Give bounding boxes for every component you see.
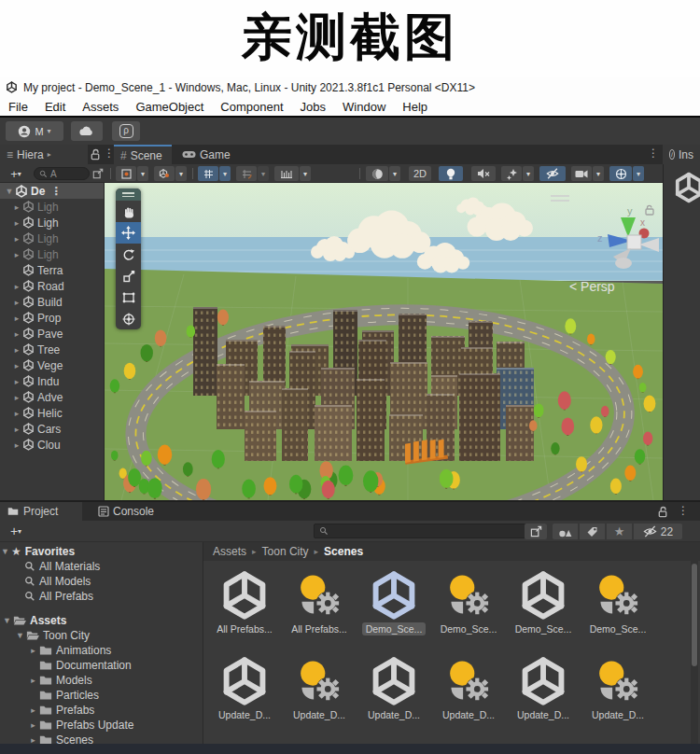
- expand-open-icon[interactable]: ▼: [4, 187, 15, 196]
- tree-folder-documentation[interactable]: Documentation: [0, 658, 203, 673]
- search-by-type-button[interactable]: [553, 524, 579, 539]
- asset-item[interactable]: Demo_Sce...: [506, 570, 581, 654]
- expand-closed-icon[interactable]: ▸: [11, 202, 22, 212]
- menu-component[interactable]: Component: [212, 100, 291, 114]
- hierarchy-item[interactable]: ▸Adve: [0, 389, 104, 405]
- tree-folder-scenes[interactable]: ▸Scenes: [0, 733, 203, 744]
- hierarchy-item[interactable]: ▸Vege: [0, 357, 104, 373]
- breadcrumb-scenes[interactable]: Scenes: [324, 545, 363, 558]
- draw-mode-dropdown[interactable]: ▾: [389, 166, 400, 181]
- hierarchy-item[interactable]: ▸Cars: [0, 421, 104, 437]
- expand-closed-icon[interactable]: ▸: [11, 361, 22, 370]
- project-search-input[interactable]: [314, 524, 547, 538]
- hierarchy-item[interactable]: ▸Pave: [0, 326, 104, 342]
- expand-closed-icon[interactable]: ▸: [28, 646, 38, 655]
- hierarchy-create-button[interactable]: + ▾: [4, 166, 28, 181]
- menu-jobs[interactable]: Jobs: [292, 100, 334, 114]
- tab-inspector[interactable]: i Ins: [663, 145, 700, 164]
- expand-closed-icon[interactable]: ▸: [11, 298, 22, 307]
- expand-open-icon[interactable]: ▼: [0, 547, 10, 556]
- increment-snap-button[interactable]: [236, 166, 257, 181]
- asset-item[interactable]: Demo_Sce...: [581, 570, 655, 654]
- asset-item[interactable]: All Prefabs...: [207, 570, 282, 654]
- asset-item[interactable]: Demo_Sce...: [431, 570, 506, 654]
- hierarchy-item[interactable]: ▸Ligh: [0, 199, 104, 215]
- expand-closed-icon[interactable]: ▸: [11, 345, 22, 355]
- asset-item[interactable]: Update_D...: [282, 656, 357, 740]
- account-button[interactable]: M ▾: [6, 121, 63, 141]
- hierarchy-item[interactable]: ▸Prop: [0, 310, 104, 326]
- asset-item[interactable]: Update_D...: [506, 656, 581, 740]
- favorites-item[interactable]: All Prefabs: [0, 589, 203, 604]
- tree-folder-animations[interactable]: ▸Animations: [0, 643, 203, 658]
- favorites-star-button[interactable]: ★: [607, 524, 633, 539]
- tree-folder-prefabs[interactable]: ▸Prefabs: [0, 703, 203, 718]
- move-tool-button[interactable]: [116, 222, 141, 244]
- grid-scrollbar[interactable]: [691, 561, 698, 744]
- effects-dropdown[interactable]: ▾: [523, 166, 534, 181]
- menu-help[interactable]: Help: [394, 100, 436, 114]
- expand-closed-icon[interactable]: ▸: [11, 282, 22, 291]
- tree-folder-toon-city[interactable]: ▼Toon City: [0, 628, 203, 643]
- gizmos-button[interactable]: [609, 166, 632, 181]
- view-tool-button[interactable]: [116, 201, 141, 222]
- handle-rotation-button[interactable]: [154, 166, 175, 181]
- menu-assets[interactable]: Assets: [74, 100, 127, 114]
- hidden-count-button[interactable]: 22: [634, 524, 682, 539]
- tab-project[interactable]: Project: [0, 502, 82, 521]
- project-picker-button[interactable]: [525, 524, 547, 539]
- camera-dropdown[interactable]: ▾: [593, 166, 604, 181]
- hierarchy-item[interactable]: Terra: [0, 262, 104, 278]
- kebab-icon[interactable]: ⋮: [50, 185, 62, 198]
- hierarchy-item[interactable]: ▸Build: [0, 294, 104, 310]
- tree-folder-prefabs-update[interactable]: ▸Prefabs Update: [0, 718, 203, 733]
- hierarchy-item[interactable]: ▸Helic: [0, 405, 104, 421]
- expand-closed-icon[interactable]: ▸: [11, 314, 22, 323]
- grid-snap-dropdown[interactable]: ▾: [219, 166, 231, 181]
- hidden-objects-button[interactable]: [539, 166, 566, 181]
- hierarchy-item[interactable]: ▸Ligh: [0, 215, 104, 230]
- pivot-mode-button[interactable]: [116, 166, 136, 181]
- tab-scene[interactable]: # Scene: [114, 145, 172, 164]
- expand-closed-icon[interactable]: ▸: [28, 735, 38, 744]
- expand-closed-icon[interactable]: ▸: [11, 234, 22, 244]
- menu-edit[interactable]: Edit: [36, 100, 74, 114]
- expand-open-icon[interactable]: ▼: [2, 616, 12, 625]
- increment-snap-dropdown[interactable]: ▾: [258, 166, 269, 181]
- asset-item[interactable]: Update_D...: [207, 656, 282, 740]
- hierarchy-item[interactable]: ▸Road: [0, 278, 104, 294]
- breadcrumb-assets[interactable]: Assets: [213, 545, 246, 558]
- expand-closed-icon[interactable]: ▸: [11, 218, 22, 228]
- hierarchy-item[interactable]: ▸Clou: [0, 437, 104, 453]
- transform-tool-button[interactable]: [116, 308, 141, 329]
- hierarchy-item[interactable]: ▸Ligh: [0, 246, 104, 262]
- tab-hierarchy[interactable]: ≡ Hiera ▸: [0, 145, 88, 164]
- pivot-mode-dropdown[interactable]: ▾: [137, 166, 148, 181]
- snap-settings-button[interactable]: [274, 166, 299, 181]
- project-kebab-icon[interactable]: ⋮: [678, 504, 689, 517]
- hierarchy-item[interactable]: ▸Ligh: [0, 230, 104, 246]
- scale-tool-button[interactable]: [116, 265, 141, 286]
- overlay-drag-handle[interactable]: [116, 188, 141, 201]
- asset-item[interactable]: Demo_Sce...: [357, 570, 431, 654]
- expand-closed-icon[interactable]: ▸: [11, 377, 22, 386]
- cloud-button[interactable]: [71, 121, 103, 141]
- menu-window[interactable]: Window: [334, 100, 394, 114]
- menu-gameobject[interactable]: GameObject: [127, 100, 212, 114]
- hierarchy-item[interactable]: ▸Tree: [0, 342, 104, 357]
- favorites-item[interactable]: All Materials: [0, 559, 203, 574]
- scene-kebab-icon[interactable]: ⋮: [648, 147, 659, 160]
- rotate-tool-button[interactable]: [116, 244, 141, 265]
- expand-open-icon[interactable]: ▼: [15, 631, 25, 640]
- favorites-item[interactable]: All Models: [0, 574, 203, 589]
- rect-tool-button[interactable]: [116, 286, 141, 308]
- expand-closed-icon[interactable]: ▸: [28, 676, 38, 685]
- tree-folder-models[interactable]: ▸Models: [0, 673, 203, 688]
- grid-snap-button[interactable]: [198, 166, 218, 181]
- asset-item[interactable]: All Prefabs...: [282, 570, 357, 654]
- asset-item[interactable]: Update_D...: [431, 656, 506, 740]
- project-lock-icon[interactable]: [657, 506, 669, 518]
- breadcrumb-toon-city[interactable]: Toon City: [262, 545, 309, 558]
- hierarchy-item[interactable]: ▸Indu: [0, 373, 104, 389]
- audio-toggle-button[interactable]: [471, 166, 496, 181]
